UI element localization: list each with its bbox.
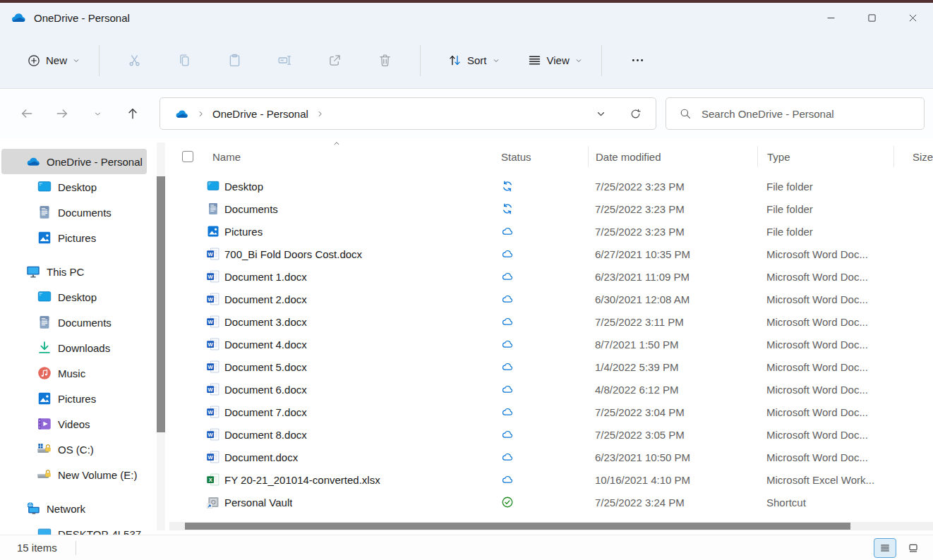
view-button[interactable]: View (519, 47, 591, 73)
refresh-icon[interactable] (630, 108, 642, 120)
large-icons-view-button[interactable] (902, 538, 925, 558)
table-row[interactable]: WDocument 2.docx6/30/2021 12:08 AMMicros… (169, 288, 933, 310)
sidebar-item-desktop-4l537[interactable]: DESKTOP-4L537 (1, 521, 147, 535)
view-icon (527, 53, 542, 68)
file-name-cell[interactable]: Pictures (169, 224, 501, 238)
table-row[interactable]: WDocument 1.docx6/23/2021 11:09 PMMicros… (169, 265, 933, 288)
sidebar-item-this-pc[interactable]: This PC (1, 259, 147, 284)
sidebar-item-label: Documents (58, 317, 112, 329)
sidebar-item-pc-desktop[interactable]: Desktop (1, 284, 147, 310)
table-row[interactable]: WDocument 4.docx8/7/2021 1:50 PMMicrosof… (169, 333, 933, 355)
file-name-cell[interactable]: WDocument 7.docx (169, 405, 501, 419)
svg-text:W: W (208, 251, 214, 257)
table-row[interactable]: WDocument 6.docx4/8/2022 6:12 PMMicrosof… (169, 378, 933, 401)
cloud-status-icon (501, 360, 514, 373)
forward-button[interactable] (49, 101, 75, 126)
sidebar-scrollbar[interactable] (157, 142, 165, 530)
recent-locations-button[interactable] (85, 101, 110, 126)
folder-desktop-icon (37, 179, 52, 195)
sort-ascending-icon (332, 138, 342, 148)
file-name: Personal Vault (224, 497, 292, 509)
sidebar-item-pc-downloads[interactable]: Downloads (1, 335, 147, 360)
table-row[interactable]: W700_Bi Fold Doors Cost.docx6/27/2021 10… (169, 243, 933, 265)
file-name-cell[interactable]: WDocument 1.docx (169, 269, 501, 284)
file-name-cell[interactable]: WDocument 4.docx (169, 337, 501, 351)
status-bar: 15 items (0, 535, 933, 560)
share-button[interactable] (320, 47, 349, 73)
sidebar-item-os-c[interactable]: OS (C:) (1, 437, 147, 462)
sidebar-item-new-volume-e[interactable]: New Volume (E:) (1, 462, 147, 487)
column-header-size[interactable]: Size (893, 146, 933, 167)
toolbar-separator (99, 45, 100, 76)
table-row[interactable]: Pictures7/25/2022 3:23 PMFile folder (169, 220, 933, 243)
sidebar-item-pc-documents[interactable]: Documents (1, 310, 147, 335)
copy-button[interactable] (170, 47, 199, 73)
sidebar-item-onedrive-desktop[interactable]: Desktop (1, 174, 147, 200)
cut-button[interactable] (120, 47, 149, 73)
column-header-date-modified[interactable]: Date modified (588, 146, 757, 167)
sidebar-item-onedrive-personal[interactable]: OneDrive - Personal (1, 149, 147, 174)
address-bar[interactable]: OneDrive - Personal (159, 97, 656, 130)
search-box[interactable] (666, 97, 925, 130)
sidebar-item-onedrive-pictures[interactable]: Pictures (1, 225, 147, 250)
table-row[interactable]: XFY 20-21_201014-converted.xlsx10/16/202… (169, 468, 933, 491)
address-dropdown-icon[interactable] (595, 108, 607, 120)
breadcrumb-item[interactable]: OneDrive - Personal (212, 108, 308, 120)
navigation-bar: OneDrive - Personal (0, 89, 933, 138)
new-button[interactable]: New (18, 48, 89, 73)
search-input[interactable] (702, 108, 914, 120)
maximize-button[interactable] (851, 3, 892, 32)
file-name-cell[interactable]: XFY 20-21_201014-converted.xlsx (169, 473, 501, 487)
select-all-checkbox[interactable] (182, 151, 193, 162)
sort-button[interactable]: Sort (439, 47, 509, 73)
window-controls (810, 3, 933, 32)
minimize-button[interactable] (810, 3, 851, 32)
column-header-name[interactable]: Name (169, 138, 501, 175)
file-name-cell[interactable]: Desktop (169, 179, 501, 193)
column-header-status[interactable]: Status (501, 146, 588, 167)
up-button[interactable] (120, 101, 145, 126)
file-name-cell[interactable]: WDocument 8.docx (169, 427, 501, 442)
file-name-cell[interactable]: WDocument.docx (169, 450, 501, 464)
date-modified: 7/25/2022 3:23 PM (588, 203, 757, 215)
more-button[interactable] (622, 47, 654, 73)
sidebar-item-onedrive-documents[interactable]: Documents (1, 200, 147, 225)
file-name-cell[interactable]: WDocument 6.docx (169, 382, 501, 396)
file-name-cell[interactable]: W700_Bi Fold Doors Cost.docx (169, 247, 501, 261)
file-name-cell[interactable]: WDocument 3.docx (169, 315, 501, 329)
column-label: Status (501, 151, 531, 163)
status-cell (501, 338, 588, 351)
status-cell (501, 428, 588, 441)
sidebar-item-pc-music[interactable]: Music (1, 360, 147, 386)
table-row[interactable]: Desktop7/25/2022 3:23 PMFile folder (169, 175, 933, 197)
date-modified: 6/23/2021 11:09 PM (588, 271, 757, 283)
back-button[interactable] (14, 101, 40, 126)
file-name-cell[interactable]: Personal Vault (169, 495, 501, 509)
cloud-status-icon (501, 315, 514, 328)
close-button[interactable] (892, 3, 933, 32)
delete-button[interactable] (371, 47, 399, 73)
search-icon (679, 107, 692, 120)
paste-button[interactable] (220, 47, 249, 73)
scrollbar-thumb[interactable] (185, 523, 850, 530)
sidebar-item-pc-pictures[interactable]: Pictures (1, 386, 147, 411)
file-name-cell[interactable]: Documents (169, 202, 501, 216)
toolbar: NewSortView (0, 32, 933, 89)
table-row[interactable]: Documents7/25/2022 3:23 PMFile folder (169, 197, 933, 220)
table-row[interactable]: WDocument 8.docx7/25/2022 3:05 PMMicroso… (169, 423, 933, 446)
table-row[interactable]: WDocument 3.docx7/25/2022 3:11 PMMicroso… (169, 310, 933, 333)
table-row[interactable]: Personal Vault7/25/2022 3:24 PMShortcut (169, 491, 933, 513)
horizontal-scrollbar[interactable] (169, 522, 933, 530)
file-name-cell[interactable]: WDocument 5.docx (169, 360, 501, 374)
column-header-type[interactable]: Type (757, 146, 893, 167)
details-view-button[interactable] (874, 538, 896, 558)
table-row[interactable]: WDocument 5.docx1/4/2022 5:39 PMMicrosof… (169, 355, 933, 378)
file-name-cell[interactable]: WDocument 2.docx (169, 292, 501, 306)
rename-button[interactable] (270, 47, 299, 73)
table-row[interactable]: WDocument 7.docx7/25/2022 3:04 PMMicroso… (169, 401, 933, 423)
cloud-status-icon (501, 473, 514, 486)
scrollbar-thumb[interactable] (157, 176, 165, 432)
sidebar-item-network[interactable]: Network (1, 496, 147, 521)
table-row[interactable]: WDocument.docx6/23/2021 10:50 PMMicrosof… (169, 446, 933, 468)
sidebar-item-pc-videos[interactable]: Videos (1, 411, 147, 437)
